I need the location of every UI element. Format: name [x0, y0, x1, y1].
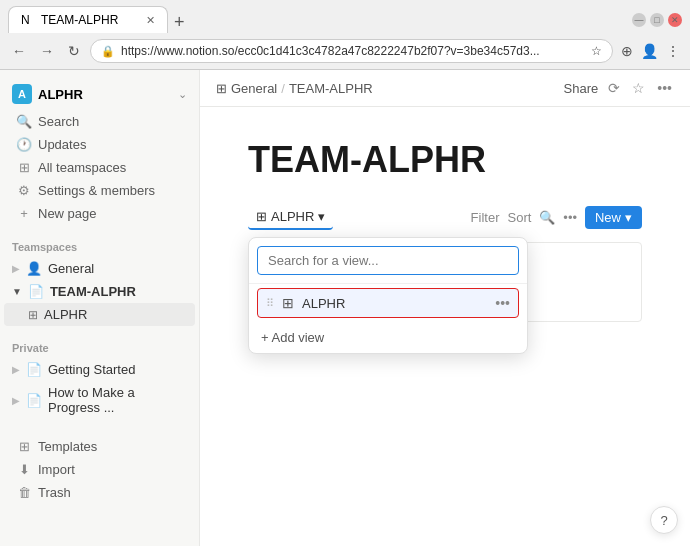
more-view-options-button[interactable]: •••: [563, 210, 577, 225]
view-tab-chevron-icon: ▾: [318, 209, 325, 224]
sidebar-item-general[interactable]: ▶ 👤 General: [0, 257, 199, 280]
templates-icon: ⊞: [16, 439, 32, 454]
sidebar-item-search[interactable]: 🔍 Search: [4, 110, 195, 133]
sidebar-item-label: New page: [38, 206, 97, 221]
sidebar-item-how-to-make[interactable]: ▶ 📄 How to Make a Progress ...: [0, 381, 199, 419]
bookmark-icon[interactable]: ☆: [591, 44, 602, 58]
add-view-label: + Add view: [261, 330, 324, 345]
team-alphr-icon: 📄: [28, 284, 44, 299]
active-tab[interactable]: N TEAM-ALPHR ✕: [8, 6, 168, 33]
sidebar-item-updates[interactable]: 🕐 Updates: [4, 133, 195, 156]
topbar: ⊞ General / TEAM-ALPHR Share ⟳ ☆ •••: [200, 70, 690, 107]
view-actions: Filter Sort 🔍 ••• New ▾: [471, 206, 642, 229]
sidebar: A ALPHR ⌄ 🔍 Search 🕐 Updates ⊞ All teams…: [0, 70, 200, 546]
sidebar-item-team-alphr[interactable]: ▼ 📄 TEAM-ALPHR: [0, 280, 199, 303]
browser-chrome: N TEAM-ALPHR ✕ + — □ ✕ ← → ↻ 🔒 https://w…: [0, 0, 690, 70]
page-content: TEAM-ALPHR ⊞ ALPHR ▾ Filter Sort 🔍 ••• N…: [200, 107, 690, 546]
address-bar[interactable]: 🔒 https://www.notion.so/ecc0c1d41c3c4782…: [90, 39, 613, 63]
window-controls: — □ ✕: [632, 13, 682, 27]
expand-icon: ▶: [12, 395, 20, 406]
new-button-chevron-icon: ▾: [625, 210, 632, 225]
workspace-name: ALPHR: [38, 87, 172, 102]
favorite-icon[interactable]: ☆: [630, 78, 647, 98]
sidebar-item-getting-started[interactable]: ▶ 📄 Getting Started: [0, 358, 199, 381]
new-page-icon: +: [16, 206, 32, 221]
trash-icon: 🗑: [16, 485, 32, 500]
expand-icon: ▼: [12, 286, 22, 297]
reload-button[interactable]: ↻: [64, 41, 84, 61]
breadcrumb-icon: ⊞: [216, 81, 227, 96]
tab-favicon: N: [21, 13, 35, 27]
workspace-header[interactable]: A ALPHR ⌄: [0, 78, 199, 110]
more-options-icon[interactable]: •••: [655, 78, 674, 98]
general-icon: 👤: [26, 261, 42, 276]
page-title: TEAM-ALPHR: [248, 139, 642, 181]
workspace-chevron-icon: ⌄: [178, 88, 187, 101]
private-section-label: Private: [0, 334, 199, 358]
browser-toolbar: ← → ↻ 🔒 https://www.notion.so/ecc0c1d41c…: [0, 33, 690, 69]
dropdown-item-alphr[interactable]: ⠿ ⊞ ALPHR •••: [257, 288, 519, 318]
sidebar-item-label: Search: [38, 114, 79, 129]
drag-handle-icon: ⠿: [266, 297, 274, 310]
profile-icon[interactable]: 👤: [639, 41, 660, 61]
tab-title: TEAM-ALPHR: [41, 13, 118, 27]
workspace-avatar: A: [12, 84, 32, 104]
dropdown-item-more-button[interactable]: •••: [495, 295, 510, 311]
history-icon[interactable]: ⟳: [606, 78, 622, 98]
dropdown-search-area: [249, 238, 527, 284]
topbar-actions: Share ⟳ ☆ •••: [564, 78, 674, 98]
breadcrumb-separator: /: [281, 81, 285, 96]
maximize-button[interactable]: □: [650, 13, 664, 27]
sidebar-item-templates[interactable]: ⊞ Templates: [4, 435, 195, 458]
dropdown-item-label: ALPHR: [302, 296, 487, 311]
getting-started-icon: 📄: [26, 362, 42, 377]
view-search-input[interactable]: [257, 246, 519, 275]
sidebar-item-import[interactable]: ⬇ Import: [4, 458, 195, 481]
breadcrumb-team-alphr[interactable]: TEAM-ALPHR: [289, 81, 373, 96]
app: A ALPHR ⌄ 🔍 Search 🕐 Updates ⊞ All teams…: [0, 70, 690, 546]
new-button[interactable]: New ▾: [585, 206, 642, 229]
back-button[interactable]: ←: [8, 41, 30, 61]
breadcrumb: ⊞ General / TEAM-ALPHR: [216, 81, 556, 96]
lock-icon: 🔒: [101, 45, 115, 58]
sidebar-item-trash[interactable]: 🗑 Trash: [4, 481, 195, 504]
new-button-label: New: [595, 210, 621, 225]
sidebar-item-alphr[interactable]: ⊞ ALPHR: [4, 303, 195, 326]
view-tab-alphr[interactable]: ⊞ ALPHR ▾: [248, 205, 333, 230]
new-tab-button[interactable]: +: [168, 12, 191, 33]
share-button[interactable]: Share: [564, 81, 599, 96]
sidebar-item-all-teamspaces[interactable]: ⊞ All teamspaces: [4, 156, 195, 179]
more-tools-icon[interactable]: ⋮: [664, 41, 682, 61]
sidebar-item-new-page[interactable]: + New page: [4, 202, 195, 225]
sidebar-item-settings[interactable]: ⚙ Settings & members: [4, 179, 195, 202]
toolbar-icons: ⊕ 👤 ⋮: [619, 41, 682, 61]
main-content: ⊞ General / TEAM-ALPHR Share ⟳ ☆ ••• TEA…: [200, 70, 690, 546]
view-dropdown: ⠿ ⊞ ALPHR ••• + Add view: [248, 237, 528, 354]
view-bar: ⊞ ALPHR ▾ Filter Sort 🔍 ••• New ▾: [248, 205, 642, 230]
sidebar-item-label: How to Make a Progress ...: [48, 385, 187, 415]
alphr-view-icon: ⊞: [28, 308, 38, 322]
browser-titlebar: N TEAM-ALPHR ✕ + — □ ✕: [0, 0, 690, 33]
close-button[interactable]: ✕: [668, 13, 682, 27]
extensions-icon[interactable]: ⊕: [619, 41, 635, 61]
how-to-icon: 📄: [26, 393, 42, 408]
view-tab-icon: ⊞: [256, 209, 267, 224]
add-view-button[interactable]: + Add view: [249, 322, 527, 353]
sidebar-item-label: TEAM-ALPHR: [50, 284, 136, 299]
sidebar-item-label: Templates: [38, 439, 97, 454]
sort-button[interactable]: Sort: [507, 210, 531, 225]
filter-button[interactable]: Filter: [471, 210, 500, 225]
import-icon: ⬇: [16, 462, 32, 477]
minimize-button[interactable]: —: [632, 13, 646, 27]
forward-button[interactable]: →: [36, 41, 58, 61]
breadcrumb-general[interactable]: General: [231, 81, 277, 96]
updates-icon: 🕐: [16, 137, 32, 152]
settings-icon: ⚙: [16, 183, 32, 198]
sidebar-item-label: Updates: [38, 137, 86, 152]
search-view-button[interactable]: 🔍: [539, 210, 555, 225]
sidebar-item-label: General: [48, 261, 94, 276]
tab-close-btn[interactable]: ✕: [146, 14, 155, 27]
expand-icon: ▶: [12, 263, 20, 274]
help-button[interactable]: ?: [650, 506, 678, 534]
dropdown-view-icon: ⊞: [282, 295, 294, 311]
